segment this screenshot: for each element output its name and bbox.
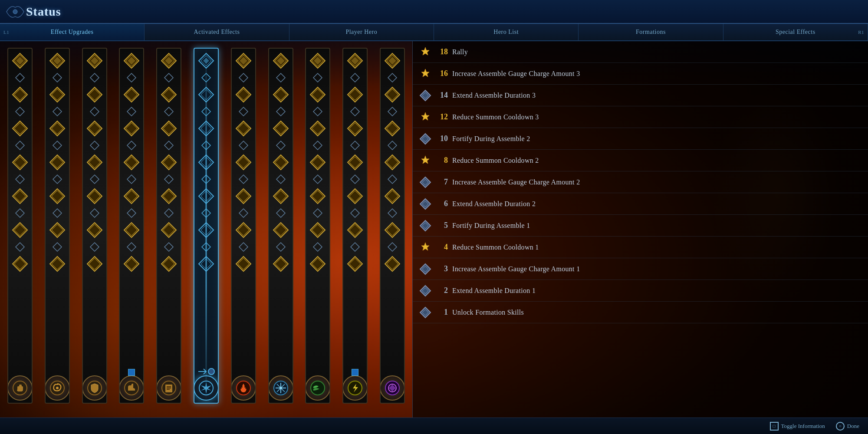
formation-name: Extend Assemble Duration 1 [452, 287, 536, 295]
svg-marker-59 [90, 175, 99, 184]
diamond-node [309, 153, 327, 171]
formation-item[interactable]: 2Extend Assemble Duration 1 [413, 280, 868, 302]
svg-marker-15 [13, 189, 27, 204]
diamond-node-small [386, 207, 398, 219]
skill-icon-ice[interactable] [268, 375, 293, 401]
formation-item[interactable]: 12Reduce Summon Cooldown 3 [413, 106, 868, 128]
skill-icon-swirl[interactable] [45, 375, 70, 401]
tab-hero-list[interactable]: Hero List [434, 24, 579, 40]
diamond-node [346, 52, 364, 70]
diamond-node-small [51, 207, 63, 219]
svg-marker-175 [273, 189, 288, 204]
svg-marker-239 [388, 107, 397, 116]
formation-item[interactable]: 4Reduce Summon Cooldown 1 [413, 237, 868, 258]
svg-marker-166 [273, 87, 288, 102]
svg-marker-75 [127, 107, 136, 116]
formation-item[interactable]: 10Fortify During Assemble 2 [413, 128, 868, 150]
svg-marker-76 [124, 121, 139, 136]
diamond-node [85, 85, 104, 104]
diamond-node-small [349, 105, 361, 118]
formation-item[interactable]: 18Rally [413, 41, 868, 63]
diamond-node [48, 85, 66, 104]
formation-item[interactable]: 5Fortify During Assemble 1 [413, 215, 868, 237]
diamond-node-small [125, 105, 138, 118]
diamond-node [122, 221, 141, 239]
diamond-node [383, 153, 401, 171]
diamond-node [85, 255, 104, 273]
diamond-node [309, 221, 327, 239]
skill-icon-fist[interactable] [7, 375, 33, 401]
diamond-node-small [125, 72, 138, 84]
skill-column-inner-11 [380, 48, 405, 404]
skill-column-6 [188, 48, 224, 430]
diamond-node-small [312, 105, 324, 118]
svg-marker-236 [388, 73, 397, 82]
formation-name: Increase Assemble Gauge Charge Amount 1 [452, 265, 580, 273]
formation-level: 14 [436, 91, 448, 100]
svg-marker-199 [310, 155, 325, 170]
diamond-node-small [275, 173, 287, 185]
diamond-node [160, 52, 178, 70]
formation-item[interactable]: 3Increase Assemble Gauge Charge Amount 1 [413, 258, 868, 280]
diamond-node [309, 85, 327, 104]
svg-marker-243 [385, 155, 400, 170]
tab-effect-upgrades[interactable]: Effect Upgrades [0, 24, 145, 40]
formation-level: 12 [436, 112, 448, 122]
diamond-node-small [386, 241, 398, 253]
svg-marker-155 [239, 209, 248, 217]
svg-marker-181 [273, 256, 288, 271]
tab-activated-effects[interactable]: Activated Effects [145, 24, 289, 40]
tab-formations[interactable]: Formations [579, 24, 723, 40]
skill-column-2 [39, 48, 75, 430]
skill-icon-book[interactable] [156, 375, 181, 401]
diamond-node [272, 187, 290, 205]
formation-item[interactable]: 8Reduce Summon Cooldown 2 [413, 150, 868, 171]
formation-name: Extend Assemble Duration 3 [452, 92, 536, 99]
diamond-node-small [163, 173, 175, 185]
skill-icon-magic[interactable] [380, 375, 405, 401]
svg-marker-50 [90, 73, 99, 82]
svg-marker-149 [239, 141, 248, 150]
svg-marker-65 [90, 243, 99, 251]
diamond-node [122, 52, 141, 70]
diamond-node-small [275, 207, 287, 219]
formation-item[interactable]: 7Increase Assemble Gauge Charge Amount 2 [413, 171, 868, 193]
svg-marker-63 [87, 223, 102, 237]
diamond-node-small [386, 139, 398, 151]
diamond-node-small [89, 139, 101, 151]
svg-marker-248 [388, 209, 397, 217]
diamond-node-small [349, 173, 361, 185]
diamond-icon [419, 263, 431, 275]
skill-column-7 [226, 48, 261, 430]
svg-marker-153 [236, 189, 251, 204]
formation-level: 5 [436, 221, 448, 230]
svg-marker-6 [13, 87, 27, 102]
diamond-node [160, 153, 178, 171]
formation-item[interactable]: 14Extend Assemble Duration 3 [413, 85, 868, 106]
diamond-node [160, 85, 178, 104]
svg-marker-5 [17, 75, 23, 80]
main-content: 18Rally 16Increase Assemble Gauge Charge… [0, 41, 868, 434]
formation-item[interactable]: 1Unlock Formation Skills [413, 302, 868, 323]
diamond-node-small [237, 173, 250, 185]
formations-panel: 18Rally 16Increase Assemble Gauge Charge… [412, 41, 868, 434]
skill-icon-shield[interactable] [82, 375, 107, 401]
diamond-node [272, 85, 290, 104]
diamond-node-small [349, 72, 361, 84]
formation-item[interactable]: 6Extend Assemble Duration 2 [413, 193, 868, 215]
tab-special-effects[interactable]: Special Effects [723, 24, 868, 40]
svg-marker-82 [124, 189, 139, 204]
svg-marker-11 [16, 141, 24, 150]
skill-icon-boot[interactable] [119, 375, 144, 401]
skill-icon-fire[interactable] [231, 375, 256, 401]
diamond-node [160, 221, 178, 239]
svg-point-0 [13, 10, 17, 14]
svg-marker-268 [420, 220, 431, 231]
skill-icon-lightning[interactable] [342, 375, 368, 401]
diamond-node [346, 221, 364, 239]
formation-item[interactable]: 16Increase Assemble Gauge Charge Amount … [413, 63, 868, 85]
tab-player-hero[interactable]: Player Hero [289, 24, 434, 40]
diamond-node [309, 52, 327, 70]
skill-icon-wind[interactable] [305, 375, 330, 401]
svg-marker-221 [348, 155, 362, 170]
